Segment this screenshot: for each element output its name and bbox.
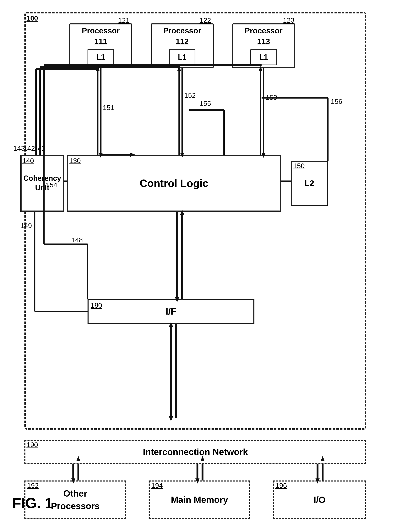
ref-150: 150 (293, 162, 305, 170)
l1-cache-111: L1 (88, 49, 114, 65)
ref-196: 196 (275, 481, 287, 489)
coherency-label-line2: Unit (35, 183, 50, 193)
figure-label: FIG. 1 (12, 495, 53, 511)
interface-box: I/F (88, 299, 254, 324)
interconnection-network-box: Interconnection Network (25, 440, 366, 464)
ref-190: 190 (26, 441, 38, 449)
main-memory-box: Main Memory (149, 481, 250, 519)
io-label: I/O (314, 494, 326, 506)
processor-111-box: Processor 111 L1 (69, 23, 132, 68)
interconnect-label: Interconnection Network (143, 447, 248, 457)
page: 100 Processor 111 L1 Processor 112 L1 Pr… (0, 0, 402, 532)
processor-113-sublabel: 113 (233, 35, 294, 46)
if-label: I/F (166, 306, 176, 317)
ref-140: 140 (22, 157, 34, 165)
coherency-label-line1: Coherency (23, 174, 61, 183)
l2-label: L2 (305, 179, 314, 188)
processor-113-label: Processor (233, 25, 294, 35)
processor-113-box: Processor 113 L1 (232, 23, 295, 68)
processor-112-sublabel: 112 (152, 35, 213, 46)
ref-130: 130 (69, 157, 81, 165)
processor-112-label: Processor (152, 25, 213, 35)
l1-cache-113: L1 (250, 49, 277, 65)
ref-180: 180 (91, 301, 102, 309)
processor-111-sublabel: 111 (70, 35, 131, 46)
processor-111-label: Processor (70, 25, 131, 35)
svg-text:143: 143 (13, 144, 25, 152)
main-system-box (25, 12, 366, 430)
processor-112-box: Processor 112 L1 (151, 23, 214, 68)
control-logic-label: Control Logic (140, 177, 208, 189)
main-memory-label: Main Memory (171, 494, 228, 506)
ref-123: 123 (283, 16, 295, 24)
other-proc-label-line2: Processors (51, 500, 100, 513)
ref-122: 122 (200, 16, 211, 24)
other-proc-label-line1: Other (63, 487, 87, 500)
ref-192: 192 (27, 481, 39, 489)
ref-194: 194 (151, 481, 163, 489)
label-100: 100 (26, 14, 38, 22)
control-logic-box: Control Logic (67, 155, 281, 212)
l1-cache-112: L1 (169, 49, 195, 65)
ref-121: 121 (118, 16, 130, 24)
